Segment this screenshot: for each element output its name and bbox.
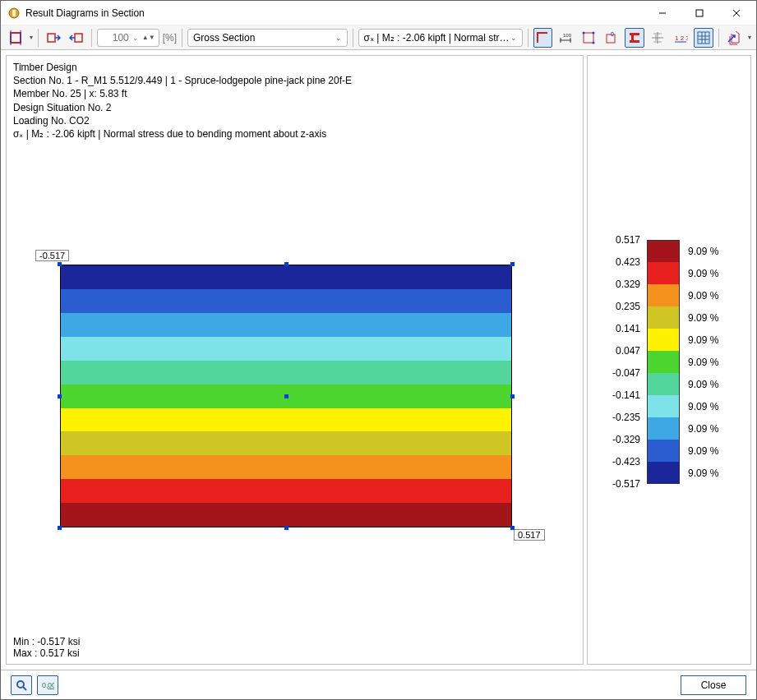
stress-type-select[interactable]: σₓ | M₂ : -2.06 kipft | Normal stres... … [358,29,523,47]
show-grid-icon[interactable] [694,28,713,48]
selection-handle[interactable] [58,394,62,398]
svg-text:1 2 3: 1 2 3 [675,35,688,42]
legend-swatch [647,306,680,329]
member-end-icon[interactable] [67,28,86,48]
selection-handle[interactable] [58,262,62,266]
toolbar-separator [182,29,182,47]
svg-rect-23 [630,40,639,43]
stress-top-label: -0.517 [35,250,69,261]
zoom-input[interactable]: 100 ⌄ ▲▼ [97,29,159,47]
maximize-button[interactable] [681,2,718,25]
legend-value: 0.141 [588,324,647,346]
info-line: Timber Design [13,61,576,74]
zoom-unit-label: [%] [163,32,177,44]
toolbar-separator [38,29,39,47]
min-value: Min : -0.517 ksi [13,636,80,647]
legend-value: 0.329 [588,279,647,302]
svg-rect-15 [584,33,593,43]
legend-percentage: 9.09 % [680,417,718,440]
show-section-icon[interactable] [625,28,644,48]
svg-point-17 [593,31,595,34]
selection-handle[interactable] [284,394,288,398]
toolbar-separator [718,29,719,47]
stress-points-icon[interactable] [579,28,598,48]
legend-value: -0.235 [588,412,647,435]
stress-bottom-label: 0.517 [514,529,545,541]
toolbar-separator [528,29,529,47]
svg-rect-22 [630,33,639,35]
titlebar: Result Diagrams in Section [1,1,756,25]
svg-text:100: 100 [563,33,572,38]
svg-rect-6 [11,33,21,43]
plot-panel: Timber Design Section No. 1 - R_M1 5.512… [6,55,584,665]
stress-band [61,289,511,313]
selection-handle[interactable] [510,394,515,398]
stress-numbers-icon[interactable]: 0 [602,28,621,48]
legend-swatch [647,395,680,417]
legend-percentage: 9.09 % [680,306,718,329]
minimize-button[interactable] [644,2,681,25]
legend-percentage: 9.09 % [680,462,718,484]
show-extremes-icon[interactable] [533,28,553,48]
info-line: Loading No. CO2 [13,114,576,127]
chevron-down-icon: ⌄ [510,34,517,42]
legend-value: -0.141 [588,390,647,412]
close-button-label: Close [701,679,727,691]
selection-handle[interactable] [284,526,288,530]
legend-percentage: 9.09 % [680,351,718,373]
member-start-icon[interactable] [44,28,63,48]
svg-rect-31 [698,32,709,44]
plot-area[interactable]: -0.517 0.517 Min : -0.517 ksi M [7,145,583,664]
legend-swatch [647,329,680,351]
info-line: Design Situation No. 2 [13,101,576,114]
search-icon[interactable] [11,675,32,695]
zoom-stepper-icon[interactable]: ▲▼ [142,35,155,40]
legend-swatch [647,262,680,284]
max-value: Max : 0.517 ksi [13,647,80,659]
plot-info-block: Timber Design Section No. 1 - R_M1 5.512… [7,56,583,145]
legend-value: -0.517 [588,479,647,501]
min-max-block: Min : -0.517 ksi Max : 0.517 ksi [13,636,80,659]
units-icon[interactable]: 0,00 [37,675,58,695]
stress-band [61,265,511,289]
legend-value: 0.423 [588,257,647,279]
legend-value: 0.047 [588,346,647,368]
selection-handle[interactable] [58,526,62,530]
show-values-icon[interactable]: 1 2 3 [671,28,690,48]
svg-rect-1 [12,10,16,16]
svg-point-18 [593,41,595,44]
close-button[interactable]: Close [681,675,746,695]
stress-band [61,408,511,432]
selection-handle[interactable] [510,262,515,266]
selection-handle[interactable] [284,262,288,266]
show-axes-icon[interactable] [648,28,667,48]
legend-panel: 0.5170.4230.3290.2350.1410.047-0.047-0.1… [587,55,751,665]
svg-rect-9 [48,34,55,42]
legend-percentage: 9.09 % [680,240,718,262]
dimension-icon[interactable]: 100 [556,28,575,48]
bottom-bar: 0,00 Close [1,670,756,699]
legend-percentage: 9.09 % [680,395,718,417]
stress-band [61,455,511,479]
dropdown-indicator-icon[interactable]: ▾ [30,34,33,41]
section-type-select[interactable]: Gross Section ⌄ [187,29,348,47]
stress-band [61,431,511,455]
legend-swatch [647,284,680,306]
legend-swatch [647,373,680,395]
legend-swatch [647,417,680,440]
stress-band [61,361,511,385]
stress-band [61,503,511,527]
toolbar: ▾ 100 ⌄ ▲▼ [%] Gross Section ⌄ σₓ | M₂ :… [1,25,756,50]
selection-handle[interactable] [510,526,515,530]
section-type-value: Gross Section [193,32,255,44]
chevron-down-icon: ⌄ [335,34,342,42]
legend-percentage: 9.09 % [680,440,718,462]
legend-value: 0.235 [588,302,647,324]
print-icon[interactable] [724,28,744,48]
section-view-icon[interactable] [6,28,25,48]
close-window-button[interactable] [718,2,755,25]
dropdown-indicator-icon[interactable]: ▾ [748,34,751,41]
legend-percentage: 9.09 % [680,373,718,395]
svg-point-16 [583,31,585,34]
info-line: Section No. 1 - R_M1 5.512/9.449 | 1 - S… [13,74,576,87]
